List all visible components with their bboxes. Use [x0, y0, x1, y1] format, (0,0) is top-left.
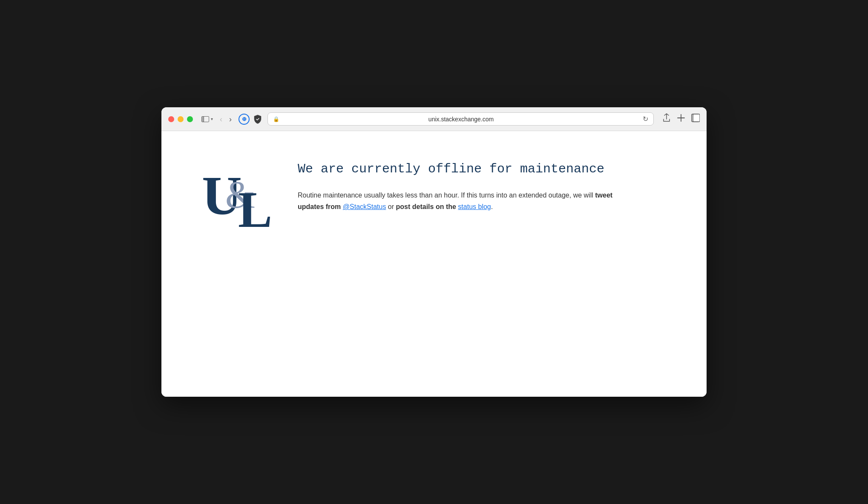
- browser-chrome: ▾ ‹ › ⊕ 🔒 unix.stackexchange.com ↻: [161, 107, 707, 131]
- maximize-button[interactable]: [187, 116, 193, 122]
- browser-actions: [662, 113, 700, 125]
- svg-text:L: L: [238, 181, 270, 231]
- stackstatus-link[interactable]: @StackStatus: [343, 203, 386, 210]
- shield-icon[interactable]: [253, 114, 262, 124]
- status-blog-link[interactable]: status blog: [458, 203, 491, 210]
- refresh-button[interactable]: ↻: [643, 115, 648, 123]
- maintenance-heading: We are currently offline for maintenance: [298, 161, 630, 178]
- site-logo: U & L: [195, 157, 272, 233]
- close-button[interactable]: [168, 116, 174, 122]
- svg-rect-3: [693, 114, 700, 122]
- address-bar[interactable]: 🔒 unix.stackexchange.com ↻: [267, 112, 654, 126]
- body-text-part2: or: [386, 203, 396, 210]
- navigation-arrows: ‹ ›: [218, 115, 233, 124]
- new-tab-button[interactable]: [677, 114, 685, 124]
- traffic-lights: [168, 116, 193, 122]
- sidebar-icon: [201, 116, 209, 122]
- sidebar-toggle[interactable]: ▾: [201, 116, 213, 122]
- body-end: .: [491, 203, 493, 210]
- maintenance-content: We are currently offline for maintenance…: [298, 157, 630, 212]
- lock-icon: 🔒: [273, 116, 279, 122]
- browser-window: ▾ ‹ › ⊕ 🔒 unix.stackexchange.com ↻: [161, 107, 707, 397]
- maintenance-body: Routine maintenance usually takes less t…: [298, 189, 630, 212]
- url-text: unix.stackexchange.com: [283, 116, 639, 123]
- minimize-button[interactable]: [178, 116, 184, 122]
- password-manager-icon[interactable]: ⊕: [239, 114, 250, 125]
- share-button[interactable]: [662, 113, 671, 125]
- back-button[interactable]: ‹: [218, 115, 224, 124]
- forward-button[interactable]: ›: [227, 115, 233, 124]
- chevron-down-icon: ▾: [211, 117, 213, 121]
- tab-overview-button[interactable]: [691, 114, 700, 124]
- body-bold2: post details on the: [396, 203, 458, 210]
- page-content: U & L We are currently offline for maint…: [161, 131, 707, 397]
- body-text-part1: Routine maintenance usually takes less t…: [298, 192, 595, 199]
- toolbar-icons: ⊕: [239, 114, 262, 125]
